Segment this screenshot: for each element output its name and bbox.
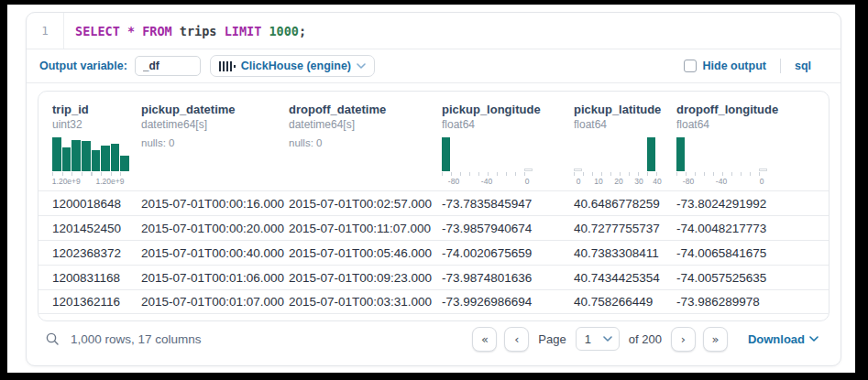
table-cell[interactable]: -73.9874801636: [442, 271, 574, 285]
histogram-bar: [92, 150, 101, 171]
table-cell[interactable]: 2015-07-01T00:01:07.000: [141, 295, 289, 309]
table-cell[interactable]: 1202368372: [52, 246, 141, 260]
table-cell[interactable]: 1201362116: [52, 295, 141, 309]
table-row[interactable]: 12000186482015-07-01T00:00:16.0002015-07…: [38, 190, 829, 215]
column-header[interactable]: pickup_latitudefloat64010203040: [574, 102, 676, 188]
table-cell[interactable]: 1200831168: [52, 271, 141, 285]
table-cell[interactable]: 1200018648: [52, 197, 141, 211]
table-cell[interactable]: -73.9926986694: [442, 295, 574, 309]
table-cell[interactable]: 2015-07-01T00:09:23.000: [289, 271, 442, 285]
pagination: « ‹ Page 1 of 200 › » Download: [472, 327, 822, 352]
column-header[interactable]: pickup_datetimedatetime64[s]nulls: 0: [141, 102, 289, 188]
download-button[interactable]: Download: [748, 332, 819, 346]
table-cell[interactable]: -73.9857940674: [442, 222, 574, 235]
toolbar-divider: [780, 59, 781, 73]
histogram-axis-labels: -80-400: [442, 176, 533, 186]
page-number-value: 1: [585, 332, 591, 346]
axis-label: -80: [683, 177, 694, 186]
column-header[interactable]: dropoff_longitudefloat64-80-400: [676, 102, 815, 188]
histogram-axis-labels: 1.20e+91.20e+9: [52, 176, 130, 186]
table-cell[interactable]: 40.7383308411: [574, 246, 676, 260]
column-type: datetime64[s]: [289, 117, 442, 132]
page-total-label: of 200: [629, 332, 662, 346]
search-icon[interactable]: [45, 331, 60, 346]
table-cell[interactable]: 40.6486778259: [574, 197, 676, 211]
table-cell[interactable]: 40.7434425354: [574, 271, 676, 285]
table-row[interactable]: 12008311682015-07-01T00:01:06.0002015-07…: [38, 265, 829, 289]
sql-token: [261, 24, 269, 38]
column-header[interactable]: pickup_longitudefloat64-80-400: [442, 102, 574, 188]
sql-token: *: [127, 24, 135, 38]
table-cell[interactable]: 2015-07-01T00:01:06.000: [141, 271, 289, 285]
column-type: uint32: [52, 117, 141, 132]
column-type: float64: [676, 117, 815, 132]
axis-label: 0: [577, 177, 581, 186]
histogram-bar: [52, 137, 61, 171]
column-name[interactable]: trip_id: [52, 102, 141, 117]
column-name[interactable]: dropoff_longitude: [676, 102, 815, 117]
table-cell[interactable]: -74.0065841675: [676, 246, 815, 260]
histogram-bar: [676, 137, 685, 171]
table-cell[interactable]: 2015-07-01T00:00:40.000: [141, 246, 289, 260]
table-cell[interactable]: 2015-07-01T00:00:20.000: [141, 222, 289, 235]
chevron-down-icon: [357, 63, 366, 69]
hide-output-toggle[interactable]: Hide output: [684, 60, 766, 72]
hide-output-label: Hide output: [703, 60, 766, 72]
table-cell[interactable]: 2015-07-01T00:05:46.000: [289, 246, 442, 260]
sql-code[interactable]: SELECT * FROM trips LIMIT 1000;: [64, 13, 306, 49]
table-cell[interactable]: 2015-07-01T00:11:07.000: [289, 222, 442, 235]
last-page-button[interactable]: »: [703, 327, 728, 352]
column-name[interactable]: pickup_latitude: [574, 102, 676, 117]
column-histogram: -80-400: [442, 137, 574, 188]
column-header[interactable]: trip_iduint321.20e+91.20e+9: [52, 102, 141, 188]
table-cell[interactable]: 40.7277755737: [574, 222, 676, 235]
table-body: 12000186482015-07-01T00:00:16.0002015-07…: [38, 190, 829, 314]
axis-label: 0: [760, 177, 764, 186]
column-name[interactable]: dropoff_datetime: [289, 102, 442, 117]
table-cell[interactable]: -74.0057525635: [676, 271, 815, 285]
column-stats: nulls: 0: [141, 137, 289, 188]
next-page-button[interactable]: ›: [671, 327, 696, 352]
column-name[interactable]: pickup_datetime: [141, 102, 289, 117]
table-cell[interactable]: 1201452450: [52, 222, 141, 235]
table-cell[interactable]: -73.8024291992: [676, 197, 815, 211]
table-cell[interactable]: 40.758266449: [574, 295, 676, 309]
table-cell[interactable]: 2015-07-01T00:03:31.000: [289, 295, 442, 309]
column-type: float64: [442, 117, 574, 132]
histogram-bar-outline: [759, 168, 767, 171]
page-label: Page: [538, 332, 566, 346]
engine-label: ClickHouse (engine): [241, 60, 351, 72]
table-row[interactable]: 12013621162015-07-01T00:01:07.0002015-07…: [38, 289, 829, 314]
table-row[interactable]: 12023683722015-07-01T00:00:40.0002015-07…: [38, 240, 829, 265]
table-cell[interactable]: 2015-07-01T00:00:16.000: [141, 197, 289, 211]
table-cell[interactable]: -73.7835845947: [442, 197, 574, 211]
column-name[interactable]: pickup_longitude: [442, 102, 574, 117]
download-label: Download: [748, 332, 805, 346]
histogram-axis-labels: -80-400: [676, 176, 768, 186]
language-badge[interactable]: sql: [795, 60, 811, 72]
histogram: 010203040: [574, 137, 665, 186]
engine-selector[interactable]: ClickHouse (engine): [210, 55, 375, 77]
result-table: trip_iduint321.20e+91.20e+9pickup_dateti…: [38, 91, 830, 321]
histogram-bar-outline: [574, 168, 582, 171]
column-histogram: 1.20e+91.20e+9: [52, 137, 141, 188]
code-editor[interactable]: 1 SELECT * FROM trips LIMIT 1000;: [27, 13, 841, 49]
axis-label: 0: [525, 177, 530, 186]
table-cell[interactable]: 2015-07-01T00:02:57.000: [289, 197, 442, 211]
axis-label: 30: [634, 177, 643, 186]
table-row[interactable]: 12014524502015-07-01T00:00:20.0002015-07…: [38, 215, 829, 240]
histogram-bar: [442, 137, 450, 171]
hide-output-checkbox[interactable]: [684, 60, 697, 72]
output-variable-input[interactable]: [135, 56, 201, 76]
table-cell[interactable]: -74.0020675659: [442, 246, 574, 260]
page-number-select[interactable]: 1: [576, 327, 620, 351]
axis-label: -80: [448, 177, 459, 186]
sql-token: [135, 24, 142, 38]
first-page-button[interactable]: «: [472, 327, 497, 352]
table-cell[interactable]: -73.986289978: [676, 295, 815, 309]
table-header: trip_iduint321.20e+91.20e+9pickup_dateti…: [38, 92, 829, 190]
table-cell[interactable]: -74.0048217773: [676, 222, 815, 235]
line-number-gutter: 1: [27, 13, 64, 49]
column-header[interactable]: dropoff_datetimedatetime64[s]nulls: 0: [289, 102, 442, 188]
prev-page-button[interactable]: ‹: [504, 327, 529, 352]
